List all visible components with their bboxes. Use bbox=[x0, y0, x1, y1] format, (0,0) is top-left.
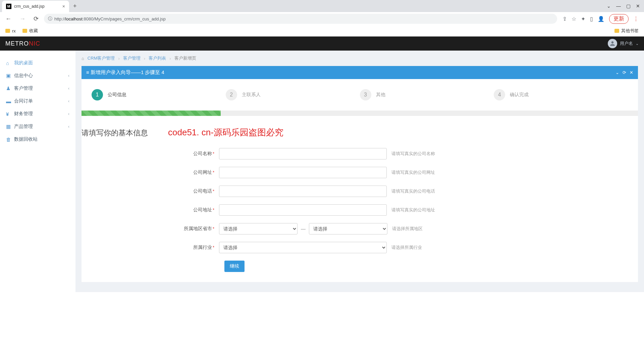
new-tab-button[interactable]: + bbox=[69, 3, 81, 10]
sidebar-item-label: 财务管理 bbox=[14, 111, 33, 117]
main-content: ⌂ CRM客户管理 › 客户管理 › 客户列表 › 客户新增页 ≡ 新增用户录入… bbox=[75, 51, 644, 292]
chevron-left-icon: ‹ bbox=[68, 112, 69, 116]
share-icon[interactable]: ⇪ bbox=[562, 16, 567, 22]
industry-label: 所属行业* bbox=[82, 245, 219, 251]
nav-back-icon[interactable]: ← bbox=[3, 14, 14, 24]
wizard-portlet: ≡ 新增用户录入向导——1 步骤至 4 ⌄ ⟳ ✕ 1 公司信息 2 主联系人 bbox=[82, 66, 638, 282]
window-maximize-icon[interactable]: ▢ bbox=[626, 3, 631, 9]
step-label: 确认完成 bbox=[510, 92, 529, 98]
wizard-step-4[interactable]: 4 确认完成 bbox=[494, 89, 628, 100]
home-icon: ⌂ bbox=[6, 60, 14, 66]
form-row-company-phone: 公司电话* 请填写真实的公司电话 bbox=[82, 186, 638, 197]
company-phone-label: 公司电话* bbox=[82, 188, 219, 194]
tab-favicon: M bbox=[6, 4, 11, 9]
book-icon: ▬ bbox=[6, 98, 14, 104]
url-actions: ⇪ ☆ ✦ ▯ 👤 更新 ⋮ bbox=[560, 14, 641, 24]
sidebar-item-info[interactable]: ▣ 信息中心 ‹ bbox=[0, 69, 75, 82]
nav-forward-icon[interactable]: → bbox=[17, 14, 28, 24]
window-dropdown-icon[interactable]: ⌄ bbox=[607, 3, 611, 9]
collapse-icon[interactable]: ⌄ bbox=[615, 70, 619, 75]
step-number: 2 bbox=[226, 89, 237, 100]
breadcrumb-current: 客户新增页 bbox=[174, 55, 196, 61]
step-label: 其他 bbox=[376, 92, 385, 98]
form-row-company-addr: 公司地址* 请填写真实的公司地址 bbox=[82, 204, 638, 216]
bookmark-fav[interactable]: 收藏 bbox=[22, 28, 38, 34]
wizard-step-1[interactable]: 1 公司信息 bbox=[92, 89, 226, 100]
breadcrumb-link[interactable]: 客户列表 bbox=[149, 55, 166, 61]
company-addr-label: 公司地址* bbox=[82, 207, 219, 213]
folder-icon bbox=[5, 29, 10, 33]
wizard-step-3[interactable]: 3 其他 bbox=[360, 89, 494, 100]
company-addr-input[interactable] bbox=[219, 204, 387, 216]
url-input[interactable]: ⓘ http://localhost:8080/MyCrm/pages_crm/… bbox=[44, 14, 557, 24]
portlet-caption: ≡ 新增用户录入向导——1 步骤至 4 bbox=[86, 69, 164, 76]
user-menu[interactable]: 用户名 ⌄ bbox=[608, 39, 639, 48]
company-addr-help: 请填写真实的公司地址 bbox=[391, 207, 435, 213]
sidebar-item-product[interactable]: ▦ 产品管理 ‹ bbox=[0, 120, 75, 133]
company-name-help: 请填写真实的公司名称 bbox=[391, 151, 435, 157]
portlet-title: ≡ 新增用户录入向导——1 步骤至 4 ⌄ ⟳ ✕ bbox=[82, 66, 638, 79]
site-info-icon[interactable]: ⓘ bbox=[48, 16, 52, 22]
tab-title: crm_cus_add.jsp bbox=[14, 4, 60, 9]
sidepanel-icon[interactable]: ▯ bbox=[590, 16, 593, 22]
company-url-label: 公司网址* bbox=[82, 169, 219, 176]
form-row-industry: 所属行业* 请选择 请选择所属行业 bbox=[82, 242, 638, 253]
company-name-label: 公司名称* bbox=[82, 151, 219, 157]
folder-icon bbox=[614, 29, 619, 33]
chevron-left-icon: ‹ bbox=[68, 86, 69, 91]
bookmark-rx[interactable]: rx bbox=[5, 28, 16, 33]
sidebar-item-label: 合同订单 bbox=[14, 98, 33, 104]
window-minimize-icon[interactable]: — bbox=[616, 3, 621, 9]
sidebar-item-label: 客户管理 bbox=[14, 85, 33, 91]
nav-reload-icon[interactable]: ⟳ bbox=[31, 14, 41, 24]
sidebar-item-customer[interactable]: ♟ 客户管理 ‹ bbox=[0, 82, 75, 95]
chevron-left-icon: ‹ bbox=[68, 73, 69, 78]
app-header: METRONIC 用户名 ⌄ bbox=[0, 37, 644, 51]
username-label: 用户名 bbox=[620, 41, 633, 47]
portlet-body: 1 公司信息 2 主联系人 3 其他 4 确认完成 bbox=[82, 79, 638, 282]
home-icon: ⌂ bbox=[82, 56, 84, 61]
sidebar-item-label: 我的桌面 bbox=[14, 60, 33, 66]
continue-button[interactable]: 继续 bbox=[224, 261, 245, 272]
tab-bar: M crm_cus_add.jsp × + ⌄ — ▢ ✕ bbox=[0, 0, 644, 12]
company-name-input[interactable] bbox=[219, 148, 387, 159]
bookmark-star-icon[interactable]: ☆ bbox=[572, 16, 576, 22]
company-phone-input[interactable] bbox=[219, 186, 387, 197]
sidebar-item-contract[interactable]: ▬ 合同订单 ‹ bbox=[0, 95, 75, 108]
breadcrumb-link[interactable]: CRM客户管理 bbox=[88, 55, 115, 61]
window-close-icon[interactable]: ✕ bbox=[636, 3, 640, 9]
url-bar: ← → ⟳ ⓘ http://localhost:8080/MyCrm/page… bbox=[0, 12, 644, 25]
sidebar-item-dashboard[interactable]: ⌂ 我的桌面 bbox=[0, 57, 75, 69]
browser-update-button[interactable]: 更新 bbox=[609, 14, 629, 24]
close-icon[interactable]: ✕ bbox=[630, 70, 633, 75]
browser-chrome: M crm_cus_add.jsp × + ⌄ — ▢ ✕ ← → ⟳ ⓘ ht… bbox=[0, 0, 644, 37]
grid-icon: ▦ bbox=[6, 124, 14, 130]
avatar-icon bbox=[608, 39, 617, 48]
profile-icon[interactable]: 👤 bbox=[598, 16, 604, 22]
region-label: 所属地区省市* bbox=[82, 226, 219, 232]
browser-menu-icon[interactable]: ⋮ bbox=[633, 16, 639, 22]
sidebar-item-label: 数据回收站 bbox=[14, 136, 38, 142]
sidebar-item-recycle[interactable]: 🗑 数据回收站 bbox=[0, 133, 75, 146]
breadcrumb-link[interactable]: 客户管理 bbox=[123, 55, 141, 61]
wizard-step-2[interactable]: 2 主联系人 bbox=[226, 89, 360, 100]
bookmark-other[interactable]: 其他书签 bbox=[614, 28, 639, 34]
trash-icon: 🗑 bbox=[6, 137, 14, 142]
region-city-select[interactable]: 请选择 bbox=[309, 223, 387, 234]
breadcrumb: ⌂ CRM客户管理 › 客户管理 › 客户列表 › 客户新增页 bbox=[75, 51, 638, 66]
step-label: 公司信息 bbox=[108, 92, 126, 98]
region-province-select[interactable]: 请选择 bbox=[219, 223, 298, 234]
tab-close-icon[interactable]: × bbox=[62, 4, 65, 9]
extensions-icon[interactable]: ✦ bbox=[581, 16, 585, 22]
sidebar-item-finance[interactable]: ¥ 财务管理 ‹ bbox=[0, 108, 75, 120]
reload-icon[interactable]: ⟳ bbox=[623, 70, 626, 75]
industry-select[interactable]: 请选择 bbox=[219, 242, 387, 253]
window-controls: ⌄ — ▢ ✕ bbox=[603, 3, 644, 9]
chevron-left-icon: ‹ bbox=[68, 99, 69, 104]
user-icon: ♟ bbox=[6, 85, 14, 91]
app-logo[interactable]: METRONIC bbox=[5, 40, 40, 47]
industry-help: 请选择所属行业 bbox=[391, 245, 422, 251]
sidebar: ⌂ 我的桌面 ▣ 信息中心 ‹ ♟ 客户管理 ‹ ▬ 合同订单 ‹ ¥ 财务管理… bbox=[0, 51, 75, 292]
browser-tab[interactable]: M crm_cus_add.jsp × bbox=[2, 1, 69, 12]
company-url-input[interactable] bbox=[219, 167, 387, 178]
